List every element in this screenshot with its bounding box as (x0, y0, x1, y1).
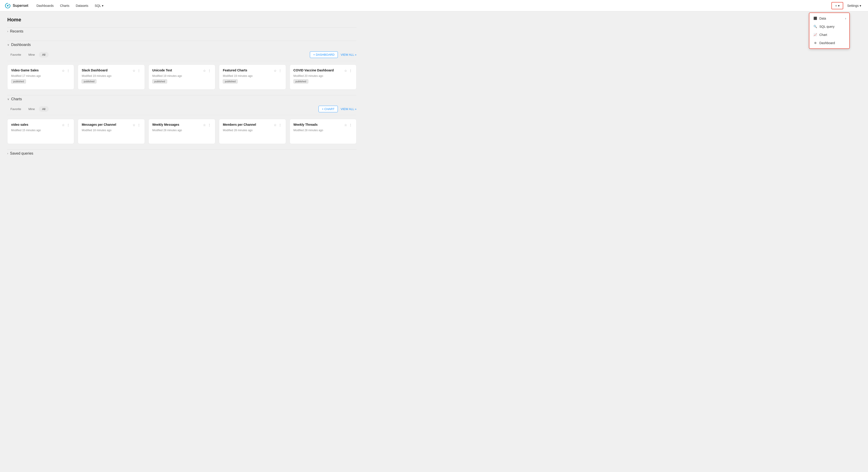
more-icon[interactable]: ⋮ (207, 68, 211, 73)
more-icon[interactable]: ⋮ (66, 68, 70, 73)
dropdown-item-dashboard[interactable]: ⊕ Dashboard (809, 39, 849, 47)
recents-chevron-icon: › (7, 30, 8, 33)
data-icon: ⬛ (813, 17, 817, 20)
published-badge: published (223, 80, 238, 84)
nav-charts[interactable]: Charts (57, 2, 72, 9)
more-icon[interactable]: ⋮ (278, 123, 282, 127)
card-actions: ☆ ⋮ (203, 123, 211, 127)
star-icon[interactable]: ☆ (203, 123, 207, 127)
saved-queries-chevron-icon: › (7, 152, 8, 155)
card-actions: ☆ ⋮ (273, 123, 282, 127)
saved-queries-section-label: Saved queries (10, 151, 33, 156)
card-subtitle: Modified 20 minutes ago (293, 74, 352, 77)
card-subtitle: Modified 19 minutes ago (82, 74, 141, 77)
star-icon[interactable]: ☆ (203, 68, 207, 73)
dashboards-view-all-link[interactable]: VIEW ALL » (341, 53, 356, 56)
star-icon[interactable]: ☆ (132, 68, 136, 73)
more-icon[interactable]: ⋮ (137, 68, 141, 73)
star-icon[interactable]: ☆ (344, 123, 348, 127)
page-title: Home (7, 17, 356, 23)
star-icon[interactable]: ☆ (61, 68, 65, 73)
card-subtitle: Modified 28 minutes ago (223, 129, 282, 132)
dashboards-section-label: Dashboards (11, 43, 31, 47)
dashboards-filter-tabs: Favorite Mine All (7, 52, 49, 58)
settings-button[interactable]: Settings ▾ (845, 2, 864, 9)
card-title: Featured Charts (223, 68, 273, 72)
charts-tab-mine[interactable]: Mine (25, 106, 38, 112)
recents-section: › Recents (7, 27, 356, 35)
recents-section-label: Recents (10, 29, 23, 33)
card-actions: ☆ ⋮ (344, 68, 352, 73)
card-actions: ☆ ⋮ (132, 123, 141, 127)
card-title: Weekly Threads (293, 123, 344, 126)
star-icon[interactable]: ☆ (344, 68, 348, 73)
dropdown-item-data[interactable]: ⬛ Data › (809, 14, 849, 23)
dropdown-item-chart[interactable]: 📈 Chart (809, 31, 849, 39)
card-item: Video Game Sales ☆ ⋮ Modified 17 minutes… (7, 65, 74, 90)
card-item: Featured Charts ☆ ⋮ Modified 19 minutes … (219, 65, 286, 90)
more-icon[interactable]: ⋮ (137, 123, 141, 127)
plus-dropdown-menu: ⬛ Data › 🔍 SQL query 📈 Chart ⊕ Dashboard (809, 12, 850, 49)
card-actions: ☆ ⋮ (61, 68, 70, 73)
card-header: Messages per Channel ☆ ⋮ (82, 123, 141, 127)
nav-dashboards[interactable]: Dashboards (34, 2, 56, 9)
card-header: video sales ☆ ⋮ (11, 123, 70, 127)
charts-tab-all[interactable]: All (39, 106, 49, 112)
card-actions: ☆ ⋮ (273, 68, 282, 73)
charts-cards-grid: video sales ☆ ⋮ Modified 15 minutes ago … (7, 119, 356, 144)
star-icon[interactable]: ☆ (273, 123, 277, 127)
more-icon[interactable]: ⋮ (348, 68, 352, 73)
card-title: Unicode Test (152, 68, 203, 72)
superset-logo-icon (4, 2, 11, 9)
card-actions: ☆ ⋮ (61, 123, 70, 127)
more-icon[interactable]: ⋮ (278, 68, 282, 73)
dashboards-toolbar: Favorite Mine All + DASHBOARD VIEW ALL » (7, 49, 356, 61)
dashboards-tab-all[interactable]: All (39, 52, 49, 58)
star-icon[interactable]: ☆ (273, 68, 277, 73)
brand[interactable]: Superset (4, 2, 28, 9)
charts-tab-favorite[interactable]: Favorite (7, 106, 24, 112)
chart-icon: 📈 (813, 33, 817, 37)
nav-sql[interactable]: SQL ▾ (92, 2, 106, 9)
add-chart-button[interactable]: + CHART (318, 106, 338, 112)
more-icon[interactable]: ⋮ (66, 123, 70, 127)
card-subtitle: Modified 28 minutes ago (152, 129, 211, 132)
more-icon[interactable]: ⋮ (348, 123, 352, 127)
card-item: video sales ☆ ⋮ Modified 15 minutes ago (7, 119, 74, 144)
card-item: Messages per Channel ☆ ⋮ Modified 18 min… (78, 119, 145, 144)
published-badge: published (11, 80, 26, 84)
nav-menu: Dashboards Charts Datasets SQL ▾ (34, 2, 831, 9)
more-icon[interactable]: ⋮ (207, 123, 211, 127)
card-header: Unicode Test ☆ ⋮ (152, 68, 211, 73)
main-content: Home › Recents ∨ Dashboards Favorite Min… (0, 11, 364, 168)
published-badge: published (82, 80, 96, 84)
dashboards-tab-favorite[interactable]: Favorite (7, 52, 24, 58)
dropdown-label-chart: Chart (819, 33, 827, 37)
svg-point-0 (7, 5, 9, 6)
card-item: Members per Channel ☆ ⋮ Modified 28 minu… (219, 119, 286, 144)
star-icon[interactable]: ☆ (61, 123, 65, 127)
charts-section-header[interactable]: ∨ Charts (7, 95, 356, 103)
card-item: Weekly Threads ☆ ⋮ Modified 28 minutes a… (290, 119, 356, 144)
card-item: Slack Dashboard ☆ ⋮ Modified 19 minutes … (78, 65, 145, 90)
charts-view-all-link[interactable]: VIEW ALL » (341, 107, 356, 111)
navbar-right: + ▾ Settings ▾ ⬛ Data › 🔍 SQL query 📈 Ch… (831, 2, 864, 9)
card-title: Slack Dashboard (82, 68, 132, 72)
card-actions: ☆ ⋮ (344, 123, 352, 127)
plus-button[interactable]: + ▾ (831, 2, 843, 9)
dashboards-section-header[interactable]: ∨ Dashboards (7, 41, 356, 49)
card-title: Video Game Sales (11, 68, 61, 72)
recents-section-header[interactable]: › Recents (7, 27, 356, 35)
add-dashboard-button[interactable]: + DASHBOARD (310, 52, 338, 58)
card-subtitle: Modified 28 minutes ago (293, 129, 352, 132)
card-title: Weekly Messages (152, 123, 203, 126)
navbar: Superset Dashboards Charts Datasets SQL … (0, 0, 868, 11)
dashboards-tab-mine[interactable]: Mine (25, 52, 38, 58)
card-header: Weekly Messages ☆ ⋮ (152, 123, 211, 127)
card-header: Slack Dashboard ☆ ⋮ (82, 68, 141, 73)
dropdown-item-sql-query[interactable]: 🔍 SQL query (809, 23, 849, 31)
nav-datasets[interactable]: Datasets (73, 2, 91, 9)
saved-queries-section-header[interactable]: › Saved queries (7, 149, 356, 157)
star-icon[interactable]: ☆ (132, 123, 136, 127)
card-subtitle: Modified 19 minutes ago (152, 74, 211, 77)
